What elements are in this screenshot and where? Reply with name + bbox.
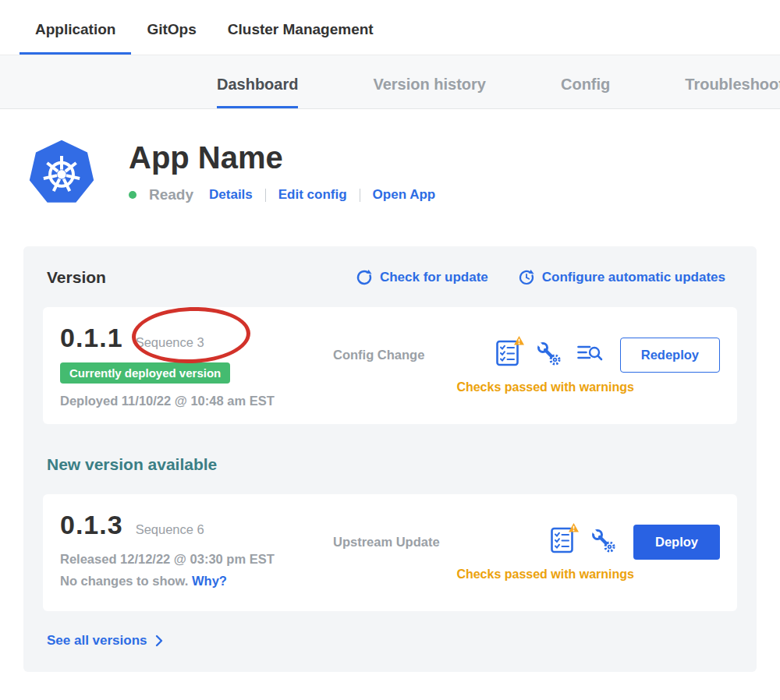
version-card-title: Version	[47, 268, 106, 287]
currently-deployed-badge: Currently deployed version	[60, 362, 230, 384]
deploy-button[interactable]: Deploy	[633, 525, 720, 560]
new-version-number: 0.1.3	[60, 510, 123, 540]
tab-config[interactable]: Config	[561, 57, 610, 108]
see-all-versions-label: See all versions	[47, 633, 147, 649]
open-app-link[interactable]: Open App	[373, 187, 436, 203]
current-version-row: 0.1.1 Sequence 3 Currently deployed vers…	[43, 307, 737, 424]
see-all-versions-link[interactable]: See all versions	[47, 633, 737, 649]
app-status-text: Ready	[149, 186, 193, 203]
no-changes-text: No changes to show.	[60, 574, 188, 588]
divider	[360, 189, 360, 202]
preflight-checks-icon[interactable]	[496, 340, 519, 369]
checks-status-text: Checks passed with warnings	[456, 567, 634, 582]
ready-status-dot	[129, 191, 136, 199]
warning-triangle-icon	[514, 336, 524, 345]
new-version-sequence: Sequence 6	[136, 522, 204, 537]
app-header: App Name Ready Details Edit config Open …	[0, 109, 780, 207]
change-type-label: Config Change	[333, 348, 496, 362]
configure-automatic-updates-label: Configure automatic updates	[542, 270, 725, 285]
released-timestamp: Released 12/12/22 @ 03:30 pm EST	[60, 552, 333, 567]
tab-version-history[interactable]: Version history	[373, 57, 486, 108]
current-version-number: 0.1.1	[60, 323, 123, 353]
new-version-heading: New version available	[47, 455, 737, 474]
diff-search-icon[interactable]	[577, 342, 603, 367]
page-title: App Name	[129, 140, 435, 175]
edit-config-link[interactable]: Edit config	[278, 187, 347, 203]
app-tabs: Dashboard Version history Config Trouble…	[0, 55, 780, 109]
nav-item-cluster-management[interactable]: Cluster Management	[212, 1, 389, 55]
change-type-label: Upstream Update	[333, 535, 551, 550]
why-link[interactable]: Why?	[192, 574, 227, 588]
new-version-row: 0.1.3 Sequence 6 Released 12/12/22 @ 03:…	[43, 494, 737, 611]
current-version-sequence: Sequence 3	[136, 335, 204, 350]
wrench-gear-icon[interactable]	[590, 528, 616, 556]
refresh-icon	[356, 269, 373, 286]
nav-item-application[interactable]: Application	[20, 1, 131, 55]
version-card: Version Check for update Configure autom…	[23, 246, 757, 672]
nav-item-gitops[interactable]: GitOps	[131, 1, 211, 55]
clock-refresh-icon	[518, 269, 535, 286]
checks-status-text: Checks passed with warnings	[456, 380, 634, 394]
app-status-row: Ready Details Edit config Open App	[129, 186, 435, 203]
divider	[265, 189, 266, 202]
kubernetes-helm-icon	[27, 139, 96, 207]
tab-dashboard[interactable]: Dashboard	[217, 57, 298, 108]
primary-nav: Application GitOps Cluster Management	[0, 0, 780, 55]
check-for-update-label: Check for update	[380, 270, 488, 285]
configure-automatic-updates-link[interactable]: Configure automatic updates	[518, 269, 725, 286]
wrench-gear-icon[interactable]	[535, 341, 562, 369]
tab-troubleshoot[interactable]: Troubleshoot	[685, 57, 780, 108]
warning-triangle-icon	[569, 523, 579, 532]
deployed-timestamp: Deployed 11/10/22 @ 10:48 am EST	[60, 394, 333, 408]
chevron-right-icon	[155, 635, 163, 647]
details-link[interactable]: Details	[209, 187, 253, 203]
check-for-update-link[interactable]: Check for update	[356, 269, 488, 286]
preflight-checks-icon[interactable]	[551, 527, 574, 557]
redeploy-button[interactable]: Redeploy	[620, 338, 720, 373]
